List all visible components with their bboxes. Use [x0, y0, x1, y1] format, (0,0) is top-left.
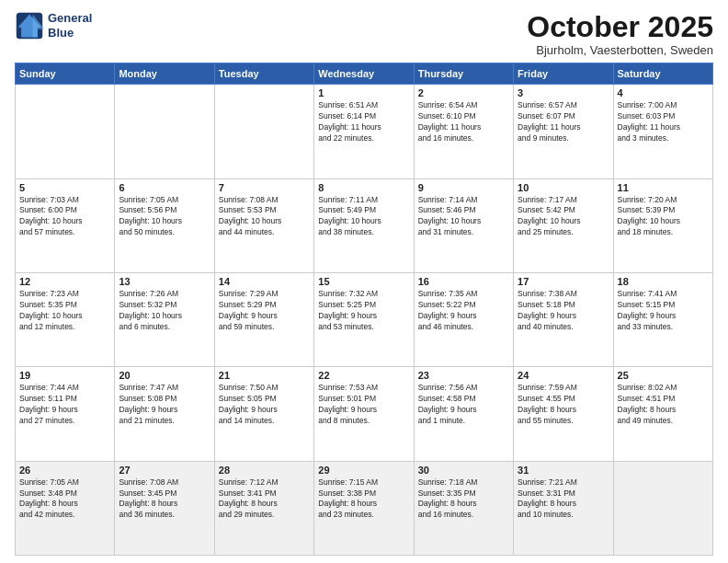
calendar-cell: 11Sunrise: 7:20 AM Sunset: 5:39 PM Dayli… — [613, 178, 712, 272]
calendar-header: SundayMondayTuesdayWednesdayThursdayFrid… — [16, 63, 713, 85]
day-info: Sunrise: 7:44 AM Sunset: 5:11 PM Dayligh… — [19, 383, 110, 427]
day-info: Sunrise: 7:47 AM Sunset: 5:08 PM Dayligh… — [119, 383, 210, 427]
day-number: 30 — [418, 465, 509, 476]
calendar-cell: 20Sunrise: 7:47 AM Sunset: 5:08 PM Dayli… — [115, 367, 214, 461]
day-number: 18 — [618, 276, 709, 287]
day-info: Sunrise: 7:53 AM Sunset: 5:01 PM Dayligh… — [318, 383, 409, 427]
day-number: 16 — [418, 276, 509, 287]
day-info: Sunrise: 6:54 AM Sunset: 6:10 PM Dayligh… — [418, 100, 509, 144]
logo: General Blue — [15, 11, 92, 40]
calendar-cell: 2Sunrise: 6:54 AM Sunset: 6:10 PM Daylig… — [414, 85, 513, 178]
day-number: 5 — [19, 182, 110, 193]
day-number: 1 — [318, 87, 409, 98]
calendar-cell: 25Sunrise: 8:02 AM Sunset: 4:51 PM Dayli… — [613, 367, 712, 461]
calendar-cell — [214, 85, 313, 178]
day-number: 7 — [219, 182, 310, 193]
day-info: Sunrise: 7:08 AM Sunset: 3:45 PM Dayligh… — [119, 477, 210, 522]
day-number: 23 — [418, 370, 509, 381]
calendar-cell: 8Sunrise: 7:11 AM Sunset: 5:49 PM Daylig… — [314, 178, 414, 272]
weekday-header-wednesday: Wednesday — [314, 63, 414, 85]
day-number: 10 — [518, 182, 609, 193]
day-info: Sunrise: 7:17 AM Sunset: 5:42 PM Dayligh… — [518, 195, 609, 239]
calendar-cell: 4Sunrise: 7:00 AM Sunset: 6:03 PM Daylig… — [613, 85, 712, 178]
week-row-1: 1Sunrise: 6:51 AM Sunset: 6:14 PM Daylig… — [16, 85, 713, 178]
calendar-cell: 14Sunrise: 7:29 AM Sunset: 5:29 PM Dayli… — [214, 272, 313, 366]
header: General Blue October 2025 Bjurholm, Vaes… — [15, 11, 713, 57]
day-info: Sunrise: 7:11 AM Sunset: 5:49 PM Dayligh… — [318, 195, 409, 239]
day-info: Sunrise: 6:57 AM Sunset: 6:07 PM Dayligh… — [518, 100, 609, 144]
calendar-cell: 28Sunrise: 7:12 AM Sunset: 3:41 PM Dayli… — [214, 461, 313, 555]
day-info: Sunrise: 7:08 AM Sunset: 5:53 PM Dayligh… — [219, 195, 310, 239]
page: General Blue October 2025 Bjurholm, Vaes… — [0, 0, 728, 563]
day-info: Sunrise: 7:05 AM Sunset: 5:56 PM Dayligh… — [119, 195, 210, 239]
day-number: 6 — [119, 182, 210, 193]
day-number: 24 — [518, 370, 609, 381]
calendar-cell: 21Sunrise: 7:50 AM Sunset: 5:05 PM Dayli… — [214, 367, 313, 461]
day-number: 15 — [318, 276, 409, 287]
calendar-cell: 9Sunrise: 7:14 AM Sunset: 5:46 PM Daylig… — [414, 178, 513, 272]
calendar-cell: 12Sunrise: 7:23 AM Sunset: 5:35 PM Dayli… — [16, 272, 115, 366]
calendar-cell: 29Sunrise: 7:15 AM Sunset: 3:38 PM Dayli… — [314, 461, 414, 555]
day-number: 11 — [618, 182, 709, 193]
day-info: Sunrise: 7:50 AM Sunset: 5:05 PM Dayligh… — [219, 383, 310, 427]
day-info: Sunrise: 7:05 AM Sunset: 3:48 PM Dayligh… — [19, 477, 110, 522]
day-number: 29 — [318, 465, 409, 476]
day-number: 8 — [318, 182, 409, 193]
day-info: Sunrise: 7:14 AM Sunset: 5:46 PM Dayligh… — [418, 195, 509, 239]
day-number: 2 — [418, 87, 509, 98]
day-info: Sunrise: 7:15 AM Sunset: 3:38 PM Dayligh… — [318, 477, 409, 522]
day-number: 21 — [219, 370, 310, 381]
calendar-cell: 27Sunrise: 7:08 AM Sunset: 3:45 PM Dayli… — [115, 461, 214, 555]
day-info: Sunrise: 7:41 AM Sunset: 5:15 PM Dayligh… — [618, 289, 709, 333]
logo-icon — [15, 11, 44, 40]
weekday-header-tuesday: Tuesday — [214, 63, 313, 85]
calendar-cell: 31Sunrise: 7:21 AM Sunset: 3:31 PM Dayli… — [514, 461, 613, 555]
weekday-header-sunday: Sunday — [16, 63, 115, 85]
day-number: 9 — [418, 182, 509, 193]
calendar-cell: 7Sunrise: 7:08 AM Sunset: 5:53 PM Daylig… — [214, 178, 313, 272]
weekday-header-friday: Friday — [514, 63, 613, 85]
calendar-body: 1Sunrise: 6:51 AM Sunset: 6:14 PM Daylig… — [16, 85, 713, 556]
calendar-cell: 1Sunrise: 6:51 AM Sunset: 6:14 PM Daylig… — [314, 85, 414, 178]
day-info: Sunrise: 7:00 AM Sunset: 6:03 PM Dayligh… — [618, 100, 709, 144]
day-number: 3 — [518, 87, 609, 98]
calendar-cell: 19Sunrise: 7:44 AM Sunset: 5:11 PM Dayli… — [16, 367, 115, 461]
day-number: 28 — [219, 465, 310, 476]
day-info: Sunrise: 7:20 AM Sunset: 5:39 PM Dayligh… — [618, 195, 709, 239]
calendar-cell: 30Sunrise: 7:18 AM Sunset: 3:35 PM Dayli… — [414, 461, 513, 555]
calendar-table: SundayMondayTuesdayWednesdayThursdayFrid… — [15, 63, 713, 556]
month-title: October 2025 — [527, 11, 713, 43]
day-number: 12 — [19, 276, 110, 287]
calendar-cell: 6Sunrise: 7:05 AM Sunset: 5:56 PM Daylig… — [115, 178, 214, 272]
calendar-cell: 16Sunrise: 7:35 AM Sunset: 5:22 PM Dayli… — [414, 272, 513, 366]
day-info: Sunrise: 8:02 AM Sunset: 4:51 PM Dayligh… — [618, 383, 709, 427]
calendar-cell: 24Sunrise: 7:59 AM Sunset: 4:55 PM Dayli… — [514, 367, 613, 461]
day-number: 19 — [19, 370, 110, 381]
day-info: Sunrise: 7:38 AM Sunset: 5:18 PM Dayligh… — [518, 289, 609, 333]
calendar-cell — [613, 461, 712, 555]
calendar-cell: 26Sunrise: 7:05 AM Sunset: 3:48 PM Dayli… — [16, 461, 115, 555]
day-number: 25 — [618, 370, 709, 381]
day-number: 22 — [318, 370, 409, 381]
calendar-cell — [115, 85, 214, 178]
day-info: Sunrise: 7:03 AM Sunset: 6:00 PM Dayligh… — [19, 195, 110, 239]
day-info: Sunrise: 7:29 AM Sunset: 5:29 PM Dayligh… — [219, 289, 310, 333]
day-info: Sunrise: 7:23 AM Sunset: 5:35 PM Dayligh… — [19, 289, 110, 333]
day-number: 26 — [19, 465, 110, 476]
day-number: 17 — [518, 276, 609, 287]
day-info: Sunrise: 7:35 AM Sunset: 5:22 PM Dayligh… — [418, 289, 509, 333]
calendar-cell: 15Sunrise: 7:32 AM Sunset: 5:25 PM Dayli… — [314, 272, 414, 366]
week-row-5: 26Sunrise: 7:05 AM Sunset: 3:48 PM Dayli… — [16, 461, 713, 555]
week-row-3: 12Sunrise: 7:23 AM Sunset: 5:35 PM Dayli… — [16, 272, 713, 366]
calendar-cell: 22Sunrise: 7:53 AM Sunset: 5:01 PM Dayli… — [314, 367, 414, 461]
calendar-cell: 18Sunrise: 7:41 AM Sunset: 5:15 PM Dayli… — [613, 272, 712, 366]
calendar-cell: 3Sunrise: 6:57 AM Sunset: 6:07 PM Daylig… — [514, 85, 613, 178]
day-info: Sunrise: 7:21 AM Sunset: 3:31 PM Dayligh… — [518, 477, 609, 522]
day-info: Sunrise: 7:26 AM Sunset: 5:32 PM Dayligh… — [119, 289, 210, 333]
day-number: 27 — [119, 465, 210, 476]
calendar-cell: 5Sunrise: 7:03 AM Sunset: 6:00 PM Daylig… — [16, 178, 115, 272]
day-info: Sunrise: 7:32 AM Sunset: 5:25 PM Dayligh… — [318, 289, 409, 333]
calendar-cell: 23Sunrise: 7:56 AM Sunset: 4:58 PM Dayli… — [414, 367, 513, 461]
calendar-cell: 10Sunrise: 7:17 AM Sunset: 5:42 PM Dayli… — [514, 178, 613, 272]
weekday-row: SundayMondayTuesdayWednesdayThursdayFrid… — [16, 63, 713, 85]
